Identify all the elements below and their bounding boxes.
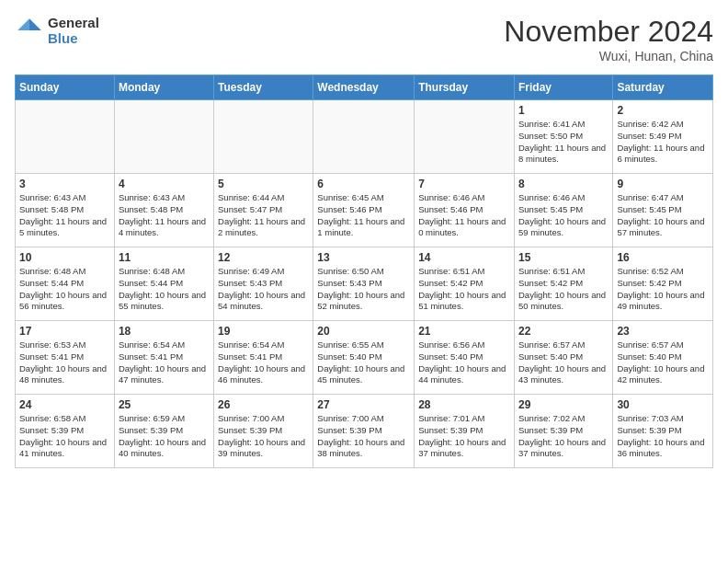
calendar-day-cell: 10Sunrise: 6:48 AM Sunset: 5:44 PM Dayli… bbox=[16, 247, 115, 321]
calendar-table: SundayMondayTuesdayWednesdayThursdayFrid… bbox=[15, 75, 713, 468]
day-info: Sunrise: 6:45 AM Sunset: 5:46 PM Dayligh… bbox=[317, 192, 410, 239]
weekday-header: Sunday bbox=[16, 75, 115, 100]
day-info: Sunrise: 6:49 AM Sunset: 5:43 PM Dayligh… bbox=[218, 266, 309, 313]
svg-marker-0 bbox=[29, 18, 41, 30]
calendar-day-cell: 18Sunrise: 6:54 AM Sunset: 5:41 PM Dayli… bbox=[114, 321, 213, 395]
calendar-day-cell: 21Sunrise: 6:56 AM Sunset: 5:40 PM Dayli… bbox=[415, 321, 515, 395]
day-info: Sunrise: 7:01 AM Sunset: 5:39 PM Dayligh… bbox=[418, 413, 510, 460]
calendar-header-row: SundayMondayTuesdayWednesdayThursdayFrid… bbox=[16, 75, 713, 100]
day-number: 14 bbox=[418, 251, 510, 264]
day-number: 10 bbox=[19, 251, 110, 264]
day-info: Sunrise: 6:55 AM Sunset: 5:40 PM Dayligh… bbox=[317, 339, 410, 386]
calendar-day-cell: 9Sunrise: 6:47 AM Sunset: 5:45 PM Daylig… bbox=[613, 174, 713, 247]
calendar-day-cell bbox=[415, 100, 515, 174]
month-title: November 2024 bbox=[504, 15, 713, 49]
day-info: Sunrise: 6:43 AM Sunset: 5:48 PM Dayligh… bbox=[119, 192, 210, 239]
page-header: General Blue November 2024 Wuxi, Hunan, … bbox=[15, 15, 713, 63]
day-info: Sunrise: 6:51 AM Sunset: 5:42 PM Dayligh… bbox=[518, 266, 609, 313]
logo-line1: General bbox=[48, 15, 99, 30]
day-number: 1 bbox=[518, 104, 609, 117]
day-info: Sunrise: 6:48 AM Sunset: 5:44 PM Dayligh… bbox=[119, 266, 210, 313]
calendar-day-cell bbox=[16, 100, 115, 174]
svg-marker-1 bbox=[17, 18, 29, 30]
calendar-day-cell bbox=[114, 100, 213, 174]
day-number: 27 bbox=[317, 398, 410, 411]
day-info: Sunrise: 6:48 AM Sunset: 5:44 PM Dayligh… bbox=[19, 266, 110, 313]
day-info: Sunrise: 6:41 AM Sunset: 5:50 PM Dayligh… bbox=[518, 119, 609, 166]
day-info: Sunrise: 6:42 AM Sunset: 5:49 PM Dayligh… bbox=[617, 119, 709, 166]
weekday-header: Saturday bbox=[613, 75, 713, 100]
day-number: 2 bbox=[617, 104, 709, 117]
calendar-day-cell: 16Sunrise: 6:52 AM Sunset: 5:42 PM Dayli… bbox=[613, 247, 713, 321]
day-number: 23 bbox=[617, 325, 709, 338]
day-number: 13 bbox=[317, 251, 410, 264]
calendar-week-row: 10Sunrise: 6:48 AM Sunset: 5:44 PM Dayli… bbox=[16, 247, 713, 321]
calendar-day-cell: 22Sunrise: 6:57 AM Sunset: 5:40 PM Dayli… bbox=[514, 321, 612, 395]
day-number: 5 bbox=[218, 178, 309, 190]
calendar-day-cell: 2Sunrise: 6:42 AM Sunset: 5:49 PM Daylig… bbox=[613, 100, 713, 174]
day-number: 3 bbox=[19, 178, 110, 190]
calendar-day-cell: 12Sunrise: 6:49 AM Sunset: 5:43 PM Dayli… bbox=[214, 247, 313, 321]
calendar-day-cell: 8Sunrise: 6:46 AM Sunset: 5:45 PM Daylig… bbox=[514, 174, 612, 247]
day-number: 17 bbox=[19, 325, 110, 338]
calendar-week-row: 24Sunrise: 6:58 AM Sunset: 5:39 PM Dayli… bbox=[16, 395, 713, 468]
calendar-day-cell: 5Sunrise: 6:44 AM Sunset: 5:47 PM Daylig… bbox=[214, 174, 313, 247]
day-info: Sunrise: 7:02 AM Sunset: 5:39 PM Dayligh… bbox=[518, 413, 609, 460]
weekday-header: Tuesday bbox=[214, 75, 313, 100]
calendar-day-cell: 11Sunrise: 6:48 AM Sunset: 5:44 PM Dayli… bbox=[114, 247, 213, 321]
calendar-day-cell: 25Sunrise: 6:59 AM Sunset: 5:39 PM Dayli… bbox=[114, 395, 213, 468]
day-info: Sunrise: 6:47 AM Sunset: 5:45 PM Dayligh… bbox=[617, 192, 709, 239]
calendar-day-cell: 1Sunrise: 6:41 AM Sunset: 5:50 PM Daylig… bbox=[514, 100, 612, 174]
day-info: Sunrise: 7:03 AM Sunset: 5:39 PM Dayligh… bbox=[617, 413, 709, 460]
day-info: Sunrise: 6:44 AM Sunset: 5:47 PM Dayligh… bbox=[218, 192, 309, 239]
day-number: 16 bbox=[617, 251, 709, 264]
day-info: Sunrise: 6:52 AM Sunset: 5:42 PM Dayligh… bbox=[617, 266, 709, 313]
day-number: 8 bbox=[518, 178, 609, 190]
calendar-day-cell: 26Sunrise: 7:00 AM Sunset: 5:39 PM Dayli… bbox=[214, 395, 313, 468]
day-info: Sunrise: 6:50 AM Sunset: 5:43 PM Dayligh… bbox=[317, 266, 410, 313]
logo-text: General Blue bbox=[48, 15, 99, 46]
weekday-header: Friday bbox=[514, 75, 612, 100]
day-number: 11 bbox=[119, 251, 210, 264]
day-info: Sunrise: 6:53 AM Sunset: 5:41 PM Dayligh… bbox=[19, 339, 110, 386]
day-info: Sunrise: 6:56 AM Sunset: 5:40 PM Dayligh… bbox=[418, 339, 510, 386]
weekday-header: Wednesday bbox=[313, 75, 415, 100]
day-number: 18 bbox=[119, 325, 210, 338]
day-info: Sunrise: 6:59 AM Sunset: 5:39 PM Dayligh… bbox=[119, 413, 210, 460]
calendar-day-cell bbox=[214, 100, 313, 174]
day-info: Sunrise: 6:54 AM Sunset: 5:41 PM Dayligh… bbox=[119, 339, 210, 386]
calendar-day-cell: 6Sunrise: 6:45 AM Sunset: 5:46 PM Daylig… bbox=[313, 174, 415, 247]
day-number: 7 bbox=[418, 178, 510, 190]
day-number: 12 bbox=[218, 251, 309, 264]
calendar-day-cell: 3Sunrise: 6:43 AM Sunset: 5:48 PM Daylig… bbox=[16, 174, 115, 247]
calendar-day-cell: 4Sunrise: 6:43 AM Sunset: 5:48 PM Daylig… bbox=[114, 174, 213, 247]
day-number: 20 bbox=[317, 325, 410, 338]
day-number: 19 bbox=[218, 325, 309, 338]
day-info: Sunrise: 6:57 AM Sunset: 5:40 PM Dayligh… bbox=[518, 339, 609, 386]
logo: General Blue bbox=[15, 15, 99, 46]
weekday-header: Thursday bbox=[415, 75, 515, 100]
calendar-day-cell: 28Sunrise: 7:01 AM Sunset: 5:39 PM Dayli… bbox=[415, 395, 515, 468]
day-number: 26 bbox=[218, 398, 309, 411]
calendar-day-cell: 17Sunrise: 6:53 AM Sunset: 5:41 PM Dayli… bbox=[16, 321, 115, 395]
day-number: 29 bbox=[518, 398, 609, 411]
day-info: Sunrise: 6:54 AM Sunset: 5:41 PM Dayligh… bbox=[218, 339, 309, 386]
calendar-day-cell: 13Sunrise: 6:50 AM Sunset: 5:43 PM Dayli… bbox=[313, 247, 415, 321]
calendar-week-row: 17Sunrise: 6:53 AM Sunset: 5:41 PM Dayli… bbox=[16, 321, 713, 395]
calendar-day-cell: 14Sunrise: 6:51 AM Sunset: 5:42 PM Dayli… bbox=[415, 247, 515, 321]
location: Wuxi, Hunan, China bbox=[504, 49, 713, 63]
calendar-day-cell: 23Sunrise: 6:57 AM Sunset: 5:40 PM Dayli… bbox=[613, 321, 713, 395]
weekday-header: Monday bbox=[114, 75, 213, 100]
calendar-day-cell: 7Sunrise: 6:46 AM Sunset: 5:46 PM Daylig… bbox=[415, 174, 515, 247]
calendar-day-cell: 15Sunrise: 6:51 AM Sunset: 5:42 PM Dayli… bbox=[514, 247, 612, 321]
day-number: 15 bbox=[518, 251, 609, 264]
day-info: Sunrise: 6:46 AM Sunset: 5:45 PM Dayligh… bbox=[518, 192, 609, 239]
day-number: 6 bbox=[317, 178, 410, 190]
calendar-day-cell: 20Sunrise: 6:55 AM Sunset: 5:40 PM Dayli… bbox=[313, 321, 415, 395]
day-number: 24 bbox=[19, 398, 110, 411]
calendar-day-cell: 30Sunrise: 7:03 AM Sunset: 5:39 PM Dayli… bbox=[613, 395, 713, 468]
day-number: 22 bbox=[518, 325, 609, 338]
calendar-week-row: 3Sunrise: 6:43 AM Sunset: 5:48 PM Daylig… bbox=[16, 174, 713, 247]
calendar-day-cell: 27Sunrise: 7:00 AM Sunset: 5:39 PM Dayli… bbox=[313, 395, 415, 468]
calendar-day-cell: 24Sunrise: 6:58 AM Sunset: 5:39 PM Dayli… bbox=[16, 395, 115, 468]
